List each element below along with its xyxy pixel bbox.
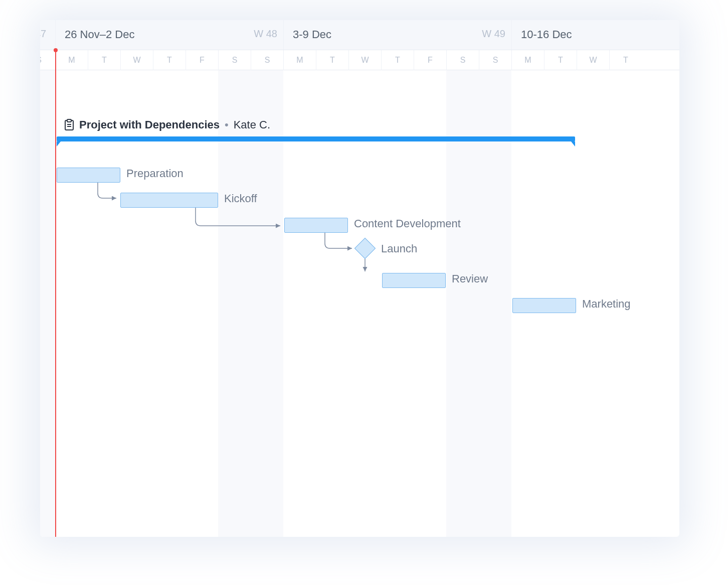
- day-cell[interactable]: M: [283, 50, 316, 70]
- day-cell[interactable]: T: [381, 50, 414, 70]
- day-cell[interactable]: M: [55, 50, 88, 70]
- project-title: Project with Dependencies: [79, 118, 220, 131]
- task-label-review: Review: [452, 272, 488, 285]
- gantt-frame: 47 26 Nov–2 Dec W 48 3-9 Dec W 49 10-16 …: [40, 20, 679, 537]
- day-cell[interactable]: S: [251, 50, 283, 70]
- week-col-1[interactable]: 3-9 Dec W 49: [283, 20, 511, 50]
- day-cell[interactable]: S: [446, 50, 479, 70]
- day-cell[interactable]: T: [544, 50, 577, 70]
- week-label-0: 26 Nov–2 Dec: [65, 28, 134, 41]
- project-owner: Kate C.: [234, 118, 270, 131]
- task-label-preparation: Preparation: [126, 167, 184, 180]
- timeline-day-row: S M T W T F S S M T W T F S S M T W T: [40, 50, 679, 70]
- milestone-launch[interactable]: [354, 238, 376, 259]
- day-cell[interactable]: S: [40, 50, 55, 70]
- task-bar-marketing[interactable]: [512, 298, 576, 313]
- timeline-header: 47 26 Nov–2 Dec W 48 3-9 Dec W 49 10-16 …: [40, 20, 679, 50]
- day-cell[interactable]: W: [120, 50, 153, 70]
- task-bar-content-development[interactable]: [284, 218, 348, 233]
- separator-dot: •: [225, 118, 229, 131]
- day-cell[interactable]: S: [479, 50, 511, 70]
- task-bar-preparation[interactable]: [57, 168, 120, 183]
- task-label-kickoff: Kickoff: [224, 192, 257, 205]
- day-cell[interactable]: S: [218, 50, 251, 70]
- day-cell[interactable]: M: [511, 50, 544, 70]
- week-col-0[interactable]: 26 Nov–2 Dec W 48: [55, 20, 283, 50]
- clipboard-icon: [64, 119, 74, 131]
- project-header[interactable]: Project with Dependencies • Kate C.: [64, 118, 270, 131]
- week-label-1: 3-9 Dec: [293, 28, 331, 41]
- day-cell[interactable]: T: [316, 50, 348, 70]
- weekend-shade: [40, 70, 55, 537]
- week-col-2[interactable]: 10-16 Dec: [511, 20, 679, 50]
- day-cell[interactable]: T: [609, 50, 642, 70]
- day-cell[interactable]: F: [414, 50, 446, 70]
- week-number-1: W 49: [482, 28, 505, 40]
- task-label-marketing: Marketing: [582, 298, 631, 311]
- today-indicator: [55, 50, 56, 537]
- task-label-content-development: Content Development: [354, 217, 461, 230]
- summary-bar[interactable]: [57, 136, 575, 141]
- day-cell[interactable]: W: [577, 50, 609, 70]
- task-bar-review[interactable]: [382, 273, 446, 288]
- day-cell[interactable]: T: [153, 50, 186, 70]
- task-label-launch: Launch: [381, 242, 417, 255]
- today-indicator-dot: [54, 48, 58, 52]
- day-cell[interactable]: T: [88, 50, 120, 70]
- task-bar-kickoff[interactable]: [120, 193, 218, 208]
- week-number-prev: 47: [40, 28, 46, 40]
- day-cell[interactable]: F: [186, 50, 218, 70]
- day-cell[interactable]: W: [348, 50, 381, 70]
- svg-rect-1: [67, 119, 71, 122]
- week-label-2: 10-16 Dec: [521, 28, 572, 41]
- week-number-0: W 48: [254, 28, 277, 40]
